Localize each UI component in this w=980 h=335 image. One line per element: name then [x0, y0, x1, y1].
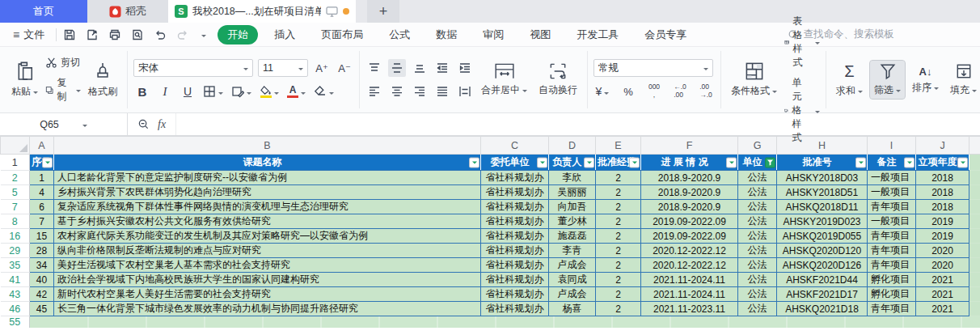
cell-approved-funds[interactable]: 2 — [596, 214, 641, 229]
row-number[interactable]: 16 — [1, 229, 30, 244]
cell-progress[interactable]: 2021.11-2024.11 — [641, 273, 738, 287]
cell-approval-number[interactable]: AHSKQ2020D126 — [777, 258, 868, 273]
header-cell-j[interactable]: 立项年度 — [916, 155, 969, 171]
fill-button[interactable]: 填充 — [946, 61, 980, 99]
cell-k[interactable] — [969, 258, 980, 273]
cell-leader[interactable]: 董少林 — [549, 214, 596, 229]
font-size-select[interactable]: 11 — [258, 59, 308, 77]
filter-button[interactable]: 筛选 — [870, 61, 905, 99]
cell-remark[interactable]: 孵化项目 — [868, 273, 916, 287]
row-number[interactable]: 7 — [1, 200, 30, 214]
cell-k[interactable] — [969, 244, 980, 258]
cell-leader[interactable]: 杨喜 — [549, 302, 596, 316]
font-color-button[interactable]: A — [285, 83, 307, 100]
italic-button[interactable]: I — [156, 83, 174, 100]
cell-approval-number[interactable]: AHSKY2019D023 — [777, 214, 868, 229]
cell-remark[interactable]: 青年项目 — [868, 302, 916, 316]
cell-approved-funds[interactable]: 2 — [596, 302, 641, 316]
cell-unit[interactable]: 公法 — [738, 200, 777, 214]
redo-icon[interactable] — [176, 28, 189, 41]
format-painter-button[interactable]: 格式刷 — [84, 59, 121, 100]
cell-project-title[interactable]: 纵向非价格限制反垄断法规制的难点与应对研究 — [54, 244, 481, 258]
cell-serial[interactable]: 34 — [30, 258, 54, 273]
cell-year[interactable]: 2020 — [916, 244, 969, 258]
cell-year[interactable]: 2019 — [916, 229, 969, 244]
export-icon[interactable] — [86, 28, 99, 41]
cell-remark[interactable]: 一般项目 — [868, 185, 916, 200]
sort-button[interactable]: A↓ 排序 — [908, 64, 943, 96]
cell-progress[interactable]: 2019.09-2022.09 — [641, 229, 738, 244]
cell-project-title[interactable]: 乡村振兴背景下农民群体弱势化趋向治理研究 — [54, 185, 481, 200]
cell-unit[interactable]: 公法 — [738, 287, 777, 302]
cell-commissioning-unit[interactable]: 省社科规划办 — [481, 287, 549, 302]
header-cell-c[interactable]: 委托单位 — [481, 155, 549, 171]
decrease-indent-button[interactable] — [433, 59, 451, 77]
fill-color-button[interactable] — [258, 83, 281, 100]
header-cell-d[interactable]: 负责人 — [549, 155, 596, 171]
menu-tab-7[interactable]: 开发工具 — [567, 25, 628, 45]
cell-k1[interactable] — [969, 155, 980, 171]
cell-progress[interactable]: 2020.12-2022.12 — [641, 258, 738, 273]
currency-button[interactable]: ¥ — [593, 83, 611, 100]
cell-progress[interactable]: 2018.9-2020.9 — [641, 185, 738, 200]
cell-serial[interactable]: 1 — [30, 171, 54, 185]
fx-label[interactable]: fx — [158, 118, 166, 131]
cell-commissioning-unit[interactable]: 省社科规划办 — [481, 273, 549, 287]
cut-button[interactable]: 剪切 — [45, 56, 81, 70]
cell-commissioning-unit[interactable]: 省社科规划办 — [481, 171, 549, 185]
cell-serial[interactable]: 4 — [30, 185, 54, 200]
row-number[interactable]: 43 — [1, 287, 30, 302]
cell-unit[interactable]: 公法 — [738, 171, 777, 185]
cell-unit[interactable]: 公法 — [738, 273, 777, 287]
cell-approval-number[interactable]: AHSKF2021D44 — [777, 273, 868, 287]
table-style-button[interactable]: 表格样式 — [784, 15, 820, 70]
cell-progress[interactable]: 2018.9-2020.9 — [641, 171, 738, 185]
home-tab[interactable]: 首页 — [0, 0, 87, 23]
cell-k[interactable] — [969, 214, 980, 229]
column-header-E[interactable]: E — [596, 137, 641, 155]
filter-dropdown-c[interactable] — [537, 157, 547, 168]
draw-border-button[interactable] — [230, 83, 253, 100]
cell-k[interactable] — [969, 302, 980, 316]
cell-approved-funds[interactable]: 2 — [596, 185, 641, 200]
cell-serial[interactable]: 6 — [30, 200, 54, 214]
partial-row-cells[interactable] — [30, 316, 980, 329]
filter-dropdown-g-active[interactable] — [765, 157, 775, 168]
row-number[interactable]: 8 — [1, 214, 30, 229]
cell-approval-number[interactable]: AHSKY2018D51 — [777, 185, 868, 200]
conditional-format-button[interactable]: 条件格式 — [727, 60, 781, 100]
document-tab[interactable]: S 我校2018—...划在研项目清单 — [168, 0, 356, 23]
cell-approved-funds[interactable]: 2 — [596, 258, 641, 273]
cell-k[interactable] — [969, 229, 980, 244]
cell-approval-number[interactable]: AHSKF2021D17 — [777, 287, 868, 302]
file-menu[interactable]: ≡ 文件 — [8, 28, 49, 42]
print-icon[interactable] — [108, 28, 121, 41]
menu-tab-1[interactable]: 插入 — [264, 25, 305, 45]
cell-commissioning-unit[interactable]: 省社科规划办 — [481, 302, 549, 316]
row-header-1[interactable]: 1 — [1, 155, 30, 171]
zoom-out-icon[interactable] — [137, 118, 150, 130]
row-number[interactable]: 35 — [1, 258, 30, 273]
cell-leader[interactable]: 施磊磊 — [549, 229, 596, 244]
align-top-button[interactable] — [365, 59, 383, 77]
header-cell-h[interactable]: 批准号 — [777, 155, 868, 171]
align-middle-button[interactable] — [388, 59, 406, 77]
borders-button[interactable] — [201, 83, 225, 100]
monitor-icon[interactable] — [326, 6, 338, 17]
cell-unit[interactable]: 公法 — [738, 214, 777, 229]
cell-commissioning-unit[interactable]: 省社科规划办 — [481, 200, 549, 214]
cell-remark[interactable]: 一般项目 — [868, 171, 916, 185]
thousands-separator-button[interactable]: 000, — [645, 83, 663, 100]
cell-remark[interactable]: 孵化项目 — [868, 287, 916, 302]
align-bottom-button[interactable] — [411, 59, 429, 77]
cell-approval-number[interactable]: AHSKQ2021D18 — [777, 302, 868, 316]
cell-year[interactable]: 2021 — [916, 273, 969, 287]
docer-tab[interactable]: 稻壳 — [87, 0, 168, 23]
cell-progress[interactable]: 2018.9-2020.9 — [641, 200, 738, 214]
cell-year[interactable]: 2021 — [916, 287, 969, 302]
distributed-button[interactable] — [456, 83, 474, 100]
cell-project-title[interactable]: 新时代农村空巢老人美好生活需要的社会支持研究 — [54, 287, 481, 302]
cell-project-title[interactable]: 政治社会学视域下内地高校民族班大学生的国家认同建构研究 — [54, 273, 481, 287]
filter-dropdown-a[interactable] — [42, 157, 53, 168]
cell-leader[interactable]: 吴丽丽 — [549, 185, 596, 200]
